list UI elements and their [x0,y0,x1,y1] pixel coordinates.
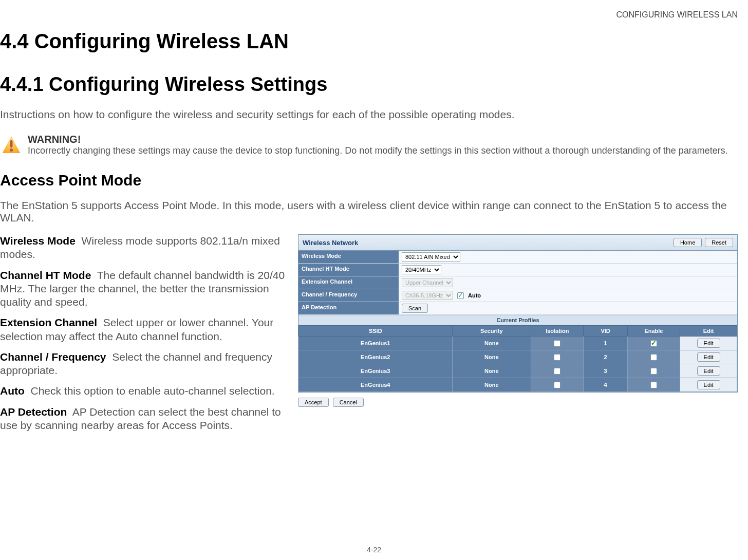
channel-ht-select[interactable]: 20/40MHz [402,265,441,274]
def-item: Wireless Mode Wireless mode supports 802… [0,234,288,262]
def-item: Channel / Frequency Select the channel a… [0,350,288,378]
enable-checkbox[interactable] [650,368,657,375]
cell-vid: 3 [584,364,627,378]
row-label-extension: Extension Channel [298,276,399,289]
warning-callout: WARNING! Incorrectly changing these sett… [0,134,738,156]
edit-button[interactable]: Edit [697,352,720,362]
enable-checkbox[interactable] [650,382,657,388]
home-button[interactable]: Home [674,238,702,247]
row-label-wireless-mode: Wireless Mode [298,251,399,263]
svg-rect-1 [10,140,13,147]
cell-vid: 1 [584,337,627,350]
embedded-screenshot: Wireless Network Home Reset Wireless Mod… [298,234,738,407]
row-label-ap-detection: AP Detection [298,302,399,314]
cell-vid: 2 [584,350,627,364]
cell-security: None [452,337,531,350]
cell-isolation [531,378,584,392]
cell-vid: 4 [584,378,627,392]
col-enable: Enable [627,326,680,337]
enable-checkbox[interactable] [650,354,657,361]
cell-isolation [531,337,584,350]
cell-enable [627,350,680,364]
page-number: 4-22 [367,546,381,554]
panel-title: Wireless Network [303,239,358,247]
wireless-mode-select[interactable]: 802.11 A/N Mixed [402,252,460,262]
svg-point-2 [10,148,13,152]
cell-isolation [531,364,584,378]
cell-security: None [452,378,531,392]
def-item: Channel HT Mode The default channel band… [0,269,288,309]
cell-ssid: EnGenius1 [299,337,453,350]
table-row: EnGenius4None4Edit [299,378,737,392]
table-row: EnGenius2None2Edit [299,350,737,364]
isolation-checkbox[interactable] [554,340,560,347]
subsection-title: 4.4.1 Configuring Wireless Settings [0,73,738,96]
def-item: Auto Check this option to enable auto-ch… [0,384,288,398]
scan-button[interactable]: Scan [402,304,428,313]
profiles-heading: Current Profiles [298,315,737,325]
mode-heading: Access Point Mode [0,172,738,189]
cell-edit: Edit [680,378,737,392]
table-row: EnGenius1None1Edit [299,337,737,350]
cell-enable [627,364,680,378]
cell-edit: Edit [680,364,737,378]
running-head: CONFIGURING WIRELESS LAN [0,10,738,20]
warning-label: WARNING! [28,134,728,145]
cancel-button[interactable]: Cancel [333,398,364,407]
edit-button[interactable]: Edit [697,339,720,348]
edit-button[interactable]: Edit [697,366,720,376]
profiles-table: SSID Security Isolation VID Enable Edit … [298,325,737,392]
cell-ssid: EnGenius2 [299,350,453,364]
isolation-checkbox[interactable] [554,368,560,375]
def-item: AP Detection AP Detection can select the… [0,405,288,433]
col-isolation: Isolation [531,326,584,337]
col-security: Security [452,326,531,337]
col-ssid: SSID [299,326,453,337]
warning-icon [0,134,23,156]
cell-edit: Edit [680,350,737,364]
edit-button[interactable]: Edit [697,380,720,389]
row-label-channel-ht: Channel HT Mode [298,264,399,276]
isolation-checkbox[interactable] [554,382,560,388]
isolation-checkbox[interactable] [554,354,560,361]
cell-isolation [531,350,584,364]
cell-enable [627,378,680,392]
def-item: Extension Channel Select upper or lower … [0,316,288,343]
reset-button[interactable]: Reset [705,238,733,247]
cell-edit: Edit [680,337,737,350]
cell-ssid: EnGenius4 [299,378,453,392]
cell-enable [627,337,680,350]
accept-button[interactable]: Accept [298,398,329,407]
cell-security: None [452,350,531,364]
definitions-column: Wireless Mode Wireless mode supports 802… [0,234,288,439]
cell-security: None [452,364,531,378]
enable-checkbox[interactable] [650,340,657,347]
row-label-channel-freq: Channel / Frequency [298,289,399,302]
col-edit: Edit [680,326,737,337]
mode-intro: The EnStation 5 supports Access Point Mo… [0,199,738,224]
warning-text: Incorrectly changing these settings may … [28,145,728,156]
intro-paragraph: Instructions on how to configure the wir… [0,108,738,121]
table-row: EnGenius3None3Edit [299,364,737,378]
cell-ssid: EnGenius3 [299,364,453,378]
section-title: 4.4 Configuring Wireless LAN [0,30,738,53]
channel-frequency-select[interactable]: Ch36-5.18GHz [402,291,453,300]
extension-channel-select[interactable]: Upper Channel [402,278,453,287]
col-vid: VID [584,326,627,337]
auto-label: Auto [468,292,481,298]
auto-checkbox[interactable] [457,292,464,299]
